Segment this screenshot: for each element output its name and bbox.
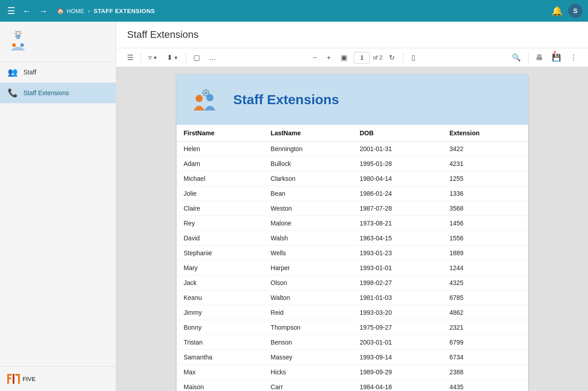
cell-r9-c2: 1998-02-27	[352, 276, 442, 290]
cell-r12-c2: 1975-09-27	[352, 320, 442, 335]
cell-r11-c1: Reid	[264, 305, 353, 320]
sort-chevron-icon: ▼	[173, 55, 178, 60]
notification-bell-icon[interactable]: 🔔	[552, 5, 563, 16]
hamburger-icon[interactable]: ☰	[5, 4, 17, 18]
cell-r14-c0: Samantha	[177, 350, 264, 365]
table-row: SamanthaMassey1993-09-146734	[177, 350, 528, 365]
zoom-in-button[interactable]: +	[323, 51, 334, 64]
svg-point-3	[16, 32, 20, 35]
sidebar: 👥 Staff 📞 Staff Extensions FIVE	[0, 22, 116, 391]
table-row: TristanBenson2003-01-016799	[177, 335, 528, 350]
toolbar-right-actions: 🔍 🖶 💾 ⋮	[508, 51, 581, 64]
cell-r5-c1: Malone	[264, 216, 353, 231]
cell-r4-c0: Claire	[177, 201, 264, 216]
table-row: DavidWalsh1963-04-151556	[177, 231, 528, 246]
app-logo-icon	[7, 31, 29, 52]
table-row: MaryHarper1993-01-011244	[177, 261, 528, 276]
total-pages-label: of 2	[373, 54, 383, 61]
list-view-button[interactable]: ☰	[123, 51, 137, 64]
staff-extensions-nav-icon: 📞	[7, 88, 18, 98]
sort-button[interactable]: ⬍ ▼	[163, 51, 182, 64]
sidebar-item-staff[interactable]: 👥 Staff	[0, 62, 116, 83]
cell-r15-c1: Hicks	[264, 365, 353, 380]
fit-page-button[interactable]: ▣	[337, 51, 351, 64]
table-row: ClaireWeston1987-07-283568	[177, 201, 528, 216]
cell-r13-c1: Benson	[264, 335, 353, 350]
sidebar-navigation: 👥 Staff 📞 Staff Extensions	[0, 62, 116, 366]
cell-r4-c2: 1987-07-28	[352, 201, 442, 216]
staff-nav-icon: 👥	[7, 67, 18, 77]
cell-r13-c0: Tristan	[177, 335, 264, 350]
cell-r1-c2: 1995-01-28	[352, 156, 442, 171]
overflow-button[interactable]: ⋮	[566, 51, 581, 64]
cell-r12-c0: Bonny	[177, 320, 264, 335]
cell-r15-c3: 2388	[442, 365, 528, 380]
svg-marker-5	[13, 374, 14, 384]
table-row: StephanieWells1993-01-231889	[177, 246, 528, 261]
cell-r2-c0: Michael	[177, 171, 264, 186]
refresh-button[interactable]: ↻	[385, 51, 398, 64]
cell-r11-c0: Jimmy	[177, 305, 264, 320]
layout-button[interactable]: ▢	[190, 51, 204, 64]
forward-icon[interactable]: →	[37, 4, 50, 18]
filter-chevron-icon: ▼	[153, 55, 158, 60]
cell-r6-c0: David	[177, 231, 264, 246]
report-paper: Staff Extensions FirstName LastName DOB …	[177, 74, 528, 391]
table-row: JimmyReid1993-03-204862	[177, 305, 528, 320]
cell-r9-c3: 4325	[442, 276, 528, 290]
cell-r12-c3: 2321	[442, 320, 528, 335]
back-icon[interactable]: ←	[21, 4, 33, 18]
report-scroll-area[interactable]: Staff Extensions FirstName LastName DOB …	[116, 67, 588, 391]
toolbar-separator-2	[186, 52, 186, 63]
five-logo-icon	[7, 374, 20, 384]
cell-r7-c1: Wells	[264, 246, 353, 261]
cell-r0-c2: 2001-01-31	[352, 142, 442, 156]
cell-r10-c2: 1981-01-03	[352, 290, 442, 305]
cell-r9-c1: Olson	[264, 276, 353, 290]
svg-point-2	[20, 43, 24, 47]
cell-r7-c2: 1993-01-23	[352, 246, 442, 261]
toolbar-separator-4	[528, 52, 529, 63]
sidebar-item-staff-extensions[interactable]: 📞 Staff Extensions	[0, 83, 116, 103]
filter-button[interactable]: ▿ ▼	[145, 51, 161, 64]
cell-r8-c3: 1244	[442, 261, 528, 276]
table-row: JackOlson1998-02-274325	[177, 276, 528, 290]
cell-r1-c3: 4231	[442, 156, 528, 171]
svg-point-1	[12, 43, 16, 47]
svg-point-9	[195, 95, 202, 102]
user-avatar[interactable]: S	[568, 4, 583, 18]
more-options-button[interactable]: …	[205, 51, 220, 64]
table-row: MaisonCarr1984-04-184435	[177, 380, 528, 391]
report-toolbar: ☰ ▿ ▼ ⬍ ▼ ▢ … − + ▣ of 2 ↻	[116, 48, 588, 67]
search-button[interactable]: 🔍	[508, 51, 524, 64]
cell-r0-c3: 3422	[442, 142, 528, 156]
page-header: Staff Extensions	[116, 22, 588, 48]
cell-r9-c0: Jack	[177, 276, 264, 290]
cell-r10-c1: Walton	[264, 290, 353, 305]
table-row: BonnyThompson1975-09-272321	[177, 320, 528, 335]
cell-r2-c1: Clarkson	[264, 171, 353, 186]
report-header-icon	[186, 82, 226, 118]
cell-r15-c2: 1989-09-29	[352, 365, 442, 380]
sort-icon: ⬍	[167, 53, 173, 62]
save-arrow-indicator: ↑	[552, 47, 557, 59]
cell-r3-c2: 1986-01-24	[352, 186, 442, 201]
toolbar-separator-3	[403, 52, 403, 63]
col-dob: DOB	[352, 125, 442, 142]
cell-r13-c2: 2003-01-01	[352, 335, 442, 350]
svg-marker-6	[15, 374, 20, 384]
cell-r2-c3: 1255	[442, 171, 528, 186]
copy-button[interactable]: ▯	[408, 51, 419, 64]
cell-r11-c2: 1993-03-20	[352, 305, 442, 320]
sidebar-bottom: FIVE	[0, 366, 116, 391]
cell-r13-c3: 6799	[442, 335, 528, 350]
home-icon: 🏠	[57, 8, 64, 14]
print-button[interactable]: 🖶	[532, 51, 547, 64]
cell-r3-c3: 1336	[442, 186, 528, 201]
page-number-input[interactable]	[354, 52, 370, 64]
report-header: Staff Extensions	[177, 74, 528, 125]
zoom-out-button[interactable]: −	[309, 51, 320, 64]
col-extension: Extension	[442, 125, 528, 142]
home-link[interactable]: 🏠 HOME	[57, 8, 84, 14]
top-navigation: ☰ ← → 🏠 HOME › STAFF EXTENSIONS 🔔 S	[0, 0, 588, 22]
